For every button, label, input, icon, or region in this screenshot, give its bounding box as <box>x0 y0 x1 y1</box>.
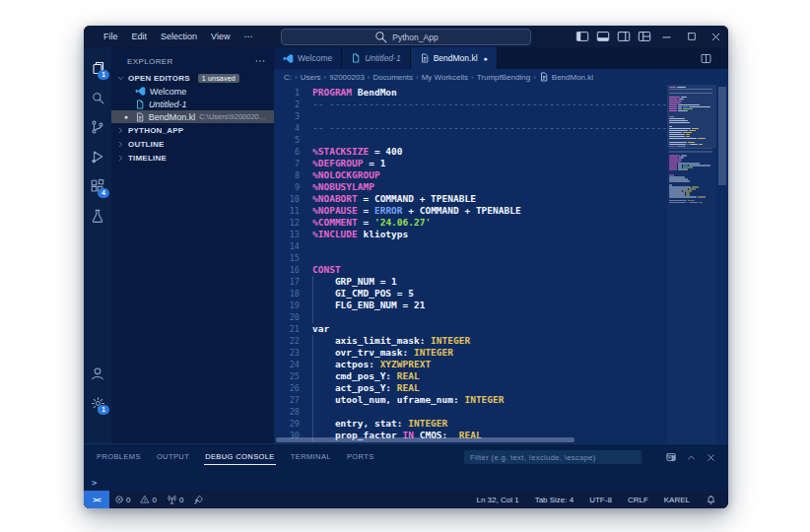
line-content <box>310 134 667 146</box>
menu-item-view[interactable]: View <box>205 30 236 43</box>
filter-results-icon[interactable] <box>665 451 677 463</box>
activity-item-source-control[interactable] <box>84 112 111 142</box>
status-remote[interactable]: >< <box>84 491 109 508</box>
code-line[interactable]: 29 entry, stat: INTEGER <box>274 418 667 430</box>
tab-bendmon-kl[interactable]: BendMon.kl● <box>411 47 498 69</box>
toggle-panel-icon[interactable] <box>592 26 613 47</box>
breadcrumb-item[interactable]: TrumpfBending <box>477 73 530 82</box>
breadcrumb-item[interactable]: Users <box>301 73 321 82</box>
open-editor-item[interactable]: Welcome <box>111 85 274 98</box>
code-editor[interactable]: 1PROGRAM BendMon2-- --------------------… <box>274 85 728 443</box>
code-line[interactable]: 19 FLG_ENB_NUM = 21 <box>274 299 667 311</box>
code-line[interactable]: 22 axis_limit_mask: INTEGER <box>274 335 667 347</box>
menu-item-file[interactable]: File <box>98 30 124 43</box>
console-prompt: > <box>92 478 97 488</box>
panel-tab-ports[interactable]: PORTS <box>346 449 375 465</box>
panel-tab-debug-console[interactable]: DEBUG CONSOLE <box>204 449 276 465</box>
toggle-sidebar-icon[interactable] <box>572 26 592 47</box>
status-utf-8[interactable]: UTF-8 <box>583 491 618 508</box>
section-outline[interactable]: OUTLINE <box>111 137 274 151</box>
status-ln-32--col-1[interactable]: Ln 32, Col 1 <box>470 491 524 508</box>
minimize-button[interactable] <box>654 26 679 47</box>
maximize-button[interactable] <box>679 26 704 47</box>
vertical-scrollbar[interactable] <box>716 85 728 443</box>
code-line[interactable]: 12%COMMENT = '24.06.27' <box>274 217 667 229</box>
activity-item-account[interactable] <box>84 359 111 388</box>
code-line[interactable]: 23 ovr_trv_mask: INTEGER <box>274 347 667 359</box>
panel-close-icon[interactable] <box>706 452 716 463</box>
activity-item-explorer[interactable]: 1 <box>84 53 111 83</box>
menu-item-edit[interactable]: Edit <box>126 30 154 43</box>
section-python_app[interactable]: PYTHON_APP <box>111 123 274 137</box>
split-editor-icon[interactable] <box>700 52 712 65</box>
activity-item-search[interactable] <box>84 83 111 112</box>
activity-item-settings[interactable]: 1 <box>84 388 111 418</box>
breadcrumb-item[interactable]: My Workcells <box>422 73 468 82</box>
status-crlf[interactable]: CRLF <box>622 491 654 508</box>
code-line[interactable]: 7%DEFGROUP = 1 <box>274 158 667 169</box>
toggle-secondary-sidebar-icon[interactable] <box>613 26 634 47</box>
bell-icon[interactable] <box>700 491 722 508</box>
tab-untitled-1[interactable]: Untitled-1 <box>342 47 410 69</box>
menu-item-selection[interactable]: Selection <box>155 30 203 43</box>
file-lines-icon <box>420 53 430 63</box>
panel-tab-terminal[interactable]: TERMINAL <box>290 449 332 465</box>
code-line[interactable]: 24 actpos: XYZWPREXT <box>274 359 667 370</box>
status-karel[interactable]: KAREL <box>658 491 696 508</box>
code-line[interactable]: 9%NOBUSYLAMP <box>274 181 667 193</box>
panel-tab-output[interactable]: OUTPUT <box>156 449 190 465</box>
code-line[interactable]: 28 <box>274 406 667 418</box>
line-content: %DEFGROUP = 1 <box>310 158 667 169</box>
chevron-up-icon[interactable] <box>686 452 697 463</box>
status-launch[interactable] <box>188 491 209 508</box>
status-tab-size--4[interactable]: Tab Size: 4 <box>529 491 580 508</box>
breadcrumb-item[interactable]: Documents <box>373 73 413 82</box>
code-line[interactable]: 5 <box>274 134 667 146</box>
code-line[interactable]: 10%NOABORT = COMMAND + TPENABLE <box>274 193 667 205</box>
code-line[interactable]: 11%NOPAUSE = ERROR + COMMAND + TPENABLE <box>274 205 667 217</box>
customize-layout-icon[interactable] <box>634 26 654 47</box>
command-center-search[interactable]: Python_App <box>281 29 531 45</box>
debug-console-content[interactable]: > <box>84 468 728 491</box>
code-line[interactable]: 17 GRP_NUM = 1 <box>274 276 667 288</box>
code-line[interactable]: 6%STACKSIZE = 400 <box>274 146 667 158</box>
minimap[interactable] <box>667 85 716 443</box>
line-content <box>310 311 667 323</box>
code-line[interactable]: 27 utool_num, uframe_num: INTEGER <box>274 394 667 406</box>
debug-filter-input[interactable] <box>470 453 636 462</box>
panel-tab-problems[interactable]: PROBLEMS <box>96 449 142 465</box>
horizontal-scrollbar[interactable] <box>274 437 667 442</box>
code-line[interactable]: 3 <box>274 110 667 122</box>
code-line[interactable]: 16CONST <box>274 264 667 276</box>
breadcrumb-item[interactable]: 92000203 <box>329 73 365 82</box>
open-editor-item[interactable]: ●BendMon.klC:\Users\92000203\... <box>111 110 274 123</box>
code-line[interactable]: 26 act_pos_Y: REAL <box>274 382 667 394</box>
breadcrumb-item[interactable]: C: <box>284 73 292 82</box>
activity-item-testing[interactable] <box>84 201 111 231</box>
open-editor-item[interactable]: Untitled-1 <box>111 98 274 110</box>
status-ports[interactable]: 0 <box>162 491 188 508</box>
code-line[interactable]: 25 cmd_pos_Y: REAL <box>274 370 667 382</box>
breadcrumb-item[interactable]: BendMon.kl <box>552 73 593 82</box>
code-line[interactable]: 1PROGRAM BendMon <box>274 87 667 99</box>
code-line[interactable]: 14 <box>274 240 667 252</box>
status-errors[interactable]: 0 <box>109 491 135 508</box>
code-line[interactable]: 21var <box>274 323 667 335</box>
code-line[interactable]: 2-- ------------------------------------… <box>274 99 667 110</box>
close-button[interactable] <box>704 26 728 47</box>
code-line[interactable]: 4-- ------------------------------------… <box>274 122 667 134</box>
open-editors-header[interactable]: OPEN EDITORS 1 unsaved <box>111 71 274 85</box>
menu-item-[interactable]: ⋯ <box>237 30 258 43</box>
code-line[interactable]: 8%NOLOCKGROUP <box>274 169 667 181</box>
more-actions-icon[interactable] <box>254 55 266 67</box>
code-line[interactable]: 18 GI_CMD_POS = 5 <box>274 288 667 299</box>
line-number: 15 <box>274 252 310 264</box>
code-line[interactable]: 15 <box>274 252 667 264</box>
status-warnings[interactable]: 0 <box>135 491 161 508</box>
activity-item-run-debug[interactable] <box>84 142 111 171</box>
code-line[interactable]: 20 <box>274 311 667 323</box>
activity-item-extensions[interactable]: 4 <box>84 171 111 201</box>
code-line[interactable]: 13%INCLUDE kliotyps <box>274 229 667 240</box>
tab-welcome[interactable]: Welcome <box>274 47 342 69</box>
section-timeline[interactable]: TIMELINE <box>111 151 274 165</box>
